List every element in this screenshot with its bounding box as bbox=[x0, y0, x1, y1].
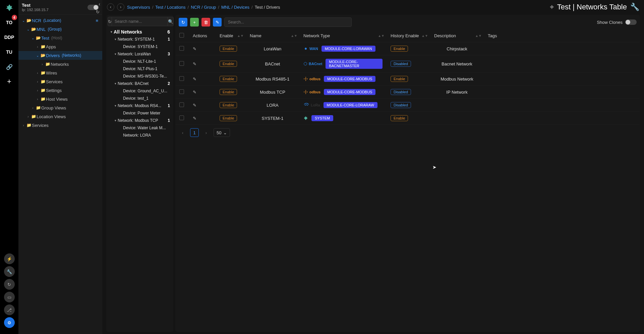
rail-wrench-icon[interactable]: 🔧 bbox=[4, 266, 15, 277]
history-chip[interactable]: Disabled bbox=[391, 89, 411, 95]
row-checkbox[interactable] bbox=[179, 76, 184, 81]
wrench-icon[interactable]: 🔧 bbox=[630, 3, 639, 11]
page-title: ⌖ Test | Networks Table 🔧 bbox=[550, 3, 639, 11]
tree-menu-icon[interactable]: ≡ bbox=[94, 18, 100, 23]
mid-head[interactable]: ▾ All Networks 6 bbox=[108, 28, 172, 36]
nav-back-button[interactable]: ‹ bbox=[107, 3, 114, 11]
mid-tree-item[interactable]: Device: NLT-Lite-1 bbox=[108, 58, 172, 65]
page-next-button[interactable]: › bbox=[202, 129, 210, 137]
edit-row-icon[interactable]: ✎ bbox=[193, 103, 196, 108]
mid-tree-item[interactable]: Device: SYSTEM-1 bbox=[108, 43, 172, 50]
row-checkbox[interactable] bbox=[179, 46, 184, 51]
enable-chip[interactable]: Enable bbox=[220, 61, 237, 67]
bulk-edit-button[interactable]: ✎ bbox=[213, 18, 222, 27]
module-chip: MODULE-CORE-MODBUS bbox=[324, 89, 375, 95]
row-name: BACnet bbox=[246, 55, 299, 73]
mid-tree-item[interactable]: ▾Network: Modbus RS4...1 bbox=[108, 102, 172, 109]
tree-services[interactable]: › 📁 Services bbox=[18, 77, 102, 86]
col-history: History Enable bbox=[391, 33, 419, 38]
edit-row-icon[interactable]: ✎ bbox=[193, 90, 196, 95]
mid-tree-item[interactable]: Device: Water Leak M... bbox=[108, 124, 172, 132]
mid-tree-item[interactable]: ▾Network: Modbus TCP1 bbox=[108, 117, 172, 124]
row-checkbox[interactable] bbox=[179, 89, 184, 94]
rail-btn-tu[interactable]: TU bbox=[3, 46, 16, 58]
tree-location-views[interactable]: › 📁 Location Views bbox=[18, 112, 102, 121]
sort-icon[interactable]: ▲▼ bbox=[378, 35, 385, 37]
tree-group-views[interactable]: › 📁 Group Views bbox=[18, 103, 102, 112]
rail-doc-icon[interactable]: ▭ bbox=[4, 292, 15, 302]
edit-row-icon[interactable]: ✎ bbox=[193, 116, 196, 121]
mid-tree-item[interactable]: Device: Ground_AC_U... bbox=[108, 87, 172, 95]
row-checkbox[interactable] bbox=[179, 102, 184, 107]
tree-root-services[interactable]: › 📁 Services bbox=[18, 121, 102, 130]
history-chip[interactable]: Disabled bbox=[391, 102, 411, 108]
page-prev-button[interactable]: ‹ bbox=[179, 129, 187, 137]
sort-icon[interactable]: ▲▼ bbox=[421, 35, 428, 37]
rail-bolt-icon[interactable]: ⚡ bbox=[4, 253, 15, 264]
nav-forward-button[interactable]: › bbox=[117, 3, 124, 11]
enable-chip[interactable]: Enable bbox=[220, 102, 237, 108]
mid-tree-item[interactable]: Device: NLT-Plus-1 bbox=[108, 65, 172, 73]
breadcrumb-item[interactable]: Test / Locations bbox=[155, 5, 185, 10]
target-icon[interactable]: ⌖ bbox=[550, 3, 554, 11]
mid-refresh-button[interactable]: ↻ bbox=[108, 17, 112, 26]
add-button[interactable]: + bbox=[190, 18, 199, 27]
history-chip[interactable]: Enable bbox=[391, 115, 408, 121]
refresh-button[interactable]: ↻ bbox=[179, 18, 187, 27]
sort-icon[interactable]: ▲▼ bbox=[291, 35, 297, 37]
rail-add-button[interactable]: + bbox=[3, 75, 16, 88]
sort-icon[interactable]: ▲▼ bbox=[237, 35, 244, 37]
row-checkbox[interactable] bbox=[179, 61, 184, 66]
tree-networks[interactable]: › 📁 Networks bbox=[18, 60, 102, 68]
tree-settings[interactable]: › 📁 Settings bbox=[18, 86, 102, 95]
breadcrumb-item[interactable]: NCR / Group bbox=[191, 5, 216, 10]
breadcrumb-item[interactable]: Supervisors bbox=[127, 5, 150, 10]
table-search-input[interactable] bbox=[224, 17, 352, 27]
edit-row-icon[interactable]: ✎ bbox=[193, 77, 196, 82]
page-size-select[interactable]: 50 ⌄ bbox=[214, 128, 230, 137]
tree-test[interactable]: ⌄ 📂 Test (Host) bbox=[18, 34, 102, 42]
tree-apps[interactable]: › 📁 Apps bbox=[18, 42, 102, 51]
enable-chip[interactable]: Enable bbox=[220, 89, 237, 95]
delete-button[interactable]: 🗑 bbox=[201, 18, 210, 27]
rail-link-icon[interactable]: 🔗 bbox=[3, 60, 16, 73]
row-tags bbox=[484, 55, 640, 73]
mid-search-button[interactable]: 🔍 bbox=[168, 17, 174, 26]
sort-icon[interactable]: ▲▼ bbox=[475, 35, 482, 37]
select-all-checkbox[interactable] bbox=[179, 33, 184, 38]
network-logo-icon: WAN bbox=[303, 46, 318, 51]
mid-tree-item[interactable]: ▾Network: LoraWan3 bbox=[108, 50, 172, 58]
history-chip[interactable]: Enable bbox=[391, 46, 408, 52]
enable-chip[interactable]: Enable bbox=[220, 46, 237, 52]
tree-host-views[interactable]: › 📁 Host Views bbox=[18, 95, 102, 103]
mid-tree-item[interactable]: ▾Network: BACnet2 bbox=[108, 80, 172, 87]
tree-drivers[interactable]: ⌄ 📂 Drivers (Networks) bbox=[18, 51, 102, 60]
mid-tree-item[interactable]: Device: test_1 bbox=[108, 95, 172, 102]
rail-btn-to[interactable]: 4 TO bbox=[3, 16, 16, 29]
edit-row-icon[interactable]: ✎ bbox=[193, 61, 196, 66]
history-chip[interactable]: Disabled bbox=[391, 61, 411, 67]
breadcrumb-item[interactable]: MNL / Devices bbox=[221, 5, 249, 10]
refresh-sidebar-icon[interactable]: ↻ bbox=[96, 9, 100, 14]
row-checkbox[interactable] bbox=[179, 115, 184, 120]
collapse-sidebar-icon[interactable]: ‹ bbox=[99, 1, 100, 7]
rail-sync-icon[interactable]: ↻ bbox=[4, 279, 15, 290]
tree-ncr[interactable]: ⌄ 📂 NCR (Location) ≡ bbox=[18, 16, 102, 25]
enable-chip[interactable]: Enable bbox=[220, 76, 237, 82]
mid-tree-item[interactable]: Device: Power Meter bbox=[108, 109, 172, 117]
mid-tree-item[interactable]: Device: MS-WS301-Te... bbox=[108, 73, 172, 80]
mid-tree-item[interactable]: Network: LORA bbox=[108, 132, 172, 139]
history-chip[interactable]: Enable bbox=[391, 76, 408, 82]
mid-tree-item[interactable]: ▾Network: SYSTEM-11 bbox=[108, 36, 172, 43]
rail-branch-icon[interactable]: ⎇ bbox=[4, 304, 15, 315]
tree-mnl[interactable]: ⌄ 📂 MNL (Group) bbox=[18, 25, 102, 34]
mid-search-input[interactable] bbox=[112, 17, 168, 26]
rail-settings-icon[interactable]: ⚙ bbox=[4, 317, 15, 328]
page-number[interactable]: 1 bbox=[190, 128, 199, 137]
mid-item-label: Device: SYSTEM-1 bbox=[123, 44, 158, 49]
rail-btn-ddp[interactable]: DDP bbox=[3, 31, 16, 44]
clones-toggle[interactable] bbox=[625, 19, 637, 25]
tree-wires[interactable]: › 📁 Wires bbox=[18, 68, 102, 77]
enable-chip[interactable]: Enable bbox=[220, 115, 237, 121]
edit-row-icon[interactable]: ✎ bbox=[193, 46, 196, 51]
